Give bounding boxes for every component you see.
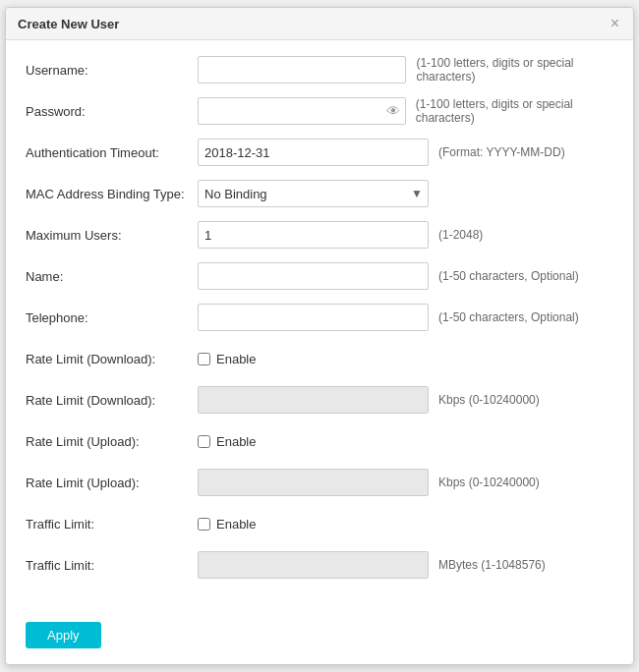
username-row: Username: (1-100 letters, digits or spec… (26, 56, 613, 84)
name-label: Name: (26, 269, 198, 284)
mac-binding-select-wrap: No Binding ▼ (198, 180, 429, 207)
password-control: 👁 (1-100 letters, digits or special char… (198, 97, 613, 125)
rate-limit-dl-hint: Kbps (0-10240000) (438, 393, 540, 407)
rate-limit-dl-checkbox[interactable] (198, 353, 210, 365)
close-button[interactable]: × (609, 16, 621, 31)
rate-limit-ul-hint: Kbps (0-10240000) (438, 476, 540, 489)
rate-limit-ul-check-control: Enable (198, 434, 613, 449)
telephone-label: Telephone: (26, 310, 198, 325)
rate-limit-dl-check-control: Enable (198, 352, 613, 366)
rate-limit-ul-checkbox[interactable] (198, 435, 210, 448)
name-row: Name: (1-50 characters, Optional) (26, 262, 613, 290)
dialog-title: Create New User (18, 17, 119, 31)
rate-limit-ul-check-row: Rate Limit (Upload): Enable (26, 427, 613, 455)
rate-limit-dl-input[interactable] (198, 386, 429, 414)
rate-limit-ul-enable-label: Enable (216, 434, 256, 449)
password-label: Password: (26, 104, 198, 119)
password-row: Password: 👁 (1-100 letters, digits or sp… (26, 97, 613, 125)
auth-timeout-control: (Format: YYYY-MM-DD) (198, 139, 613, 166)
rate-limit-ul-value-control: Kbps (0-10240000) (198, 469, 613, 496)
telephone-control: (1-50 characters, Optional) (198, 304, 613, 331)
telephone-row: Telephone: (1-50 characters, Optional) (26, 304, 613, 331)
rate-limit-ul-check-label: Rate Limit (Upload): (26, 434, 198, 449)
eye-icon[interactable]: 👁 (386, 103, 400, 119)
name-input[interactable] (198, 262, 429, 290)
rate-limit-dl-checkbox-wrap: Enable (198, 352, 256, 366)
apply-button[interactable]: Apply (26, 622, 101, 648)
password-input[interactable] (198, 97, 406, 125)
name-control: (1-50 characters, Optional) (198, 262, 613, 290)
create-user-dialog: Create New User × Username: (1-100 lette… (5, 7, 634, 665)
rate-limit-ul-checkbox-wrap: Enable (198, 434, 256, 449)
telephone-input[interactable] (198, 304, 429, 331)
dialog-header: Create New User × (6, 8, 633, 40)
traffic-limit-value-label: Traffic Limit: (26, 558, 198, 573)
username-hint: (1-100 letters, digits or special charac… (416, 56, 613, 84)
traffic-limit-enable-label: Enable (216, 517, 256, 532)
traffic-limit-value-control: MBytes (1-1048576) (198, 551, 613, 579)
rate-limit-dl-check-label: Rate Limit (Download): (26, 352, 198, 366)
traffic-limit-check-label: Traffic Limit: (26, 517, 198, 532)
username-control: (1-100 letters, digits or special charac… (198, 56, 613, 84)
traffic-limit-value-row: Traffic Limit: MBytes (1-1048576) (26, 551, 613, 579)
mac-binding-row: MAC Address Binding Type: No Binding ▼ (26, 180, 613, 207)
traffic-limit-check-row: Traffic Limit: Enable (26, 510, 613, 537)
mac-binding-control: No Binding ▼ (198, 180, 613, 207)
auth-timeout-row: Authentication Timeout: (Format: YYYY-MM… (26, 139, 613, 166)
auth-timeout-label: Authentication Timeout: (26, 145, 198, 160)
max-users-hint: (1-2048) (438, 228, 483, 242)
username-label: Username: (26, 63, 198, 78)
max-users-control: (1-2048) (198, 221, 613, 249)
mac-binding-label: MAC Address Binding Type: (26, 187, 198, 201)
max-users-label: Maximum Users: (26, 228, 198, 243)
traffic-limit-input[interactable] (198, 551, 429, 579)
password-wrap: 👁 (198, 97, 406, 125)
dialog-body: Username: (1-100 letters, digits or spec… (6, 40, 633, 610)
auth-timeout-input[interactable] (198, 139, 429, 166)
telephone-hint: (1-50 characters, Optional) (438, 310, 579, 324)
rate-limit-dl-check-row: Rate Limit (Download): Enable (26, 345, 613, 372)
max-users-input[interactable] (198, 221, 429, 249)
rate-limit-dl-enable-label: Enable (216, 352, 256, 366)
dialog-footer: Apply (6, 610, 633, 664)
traffic-limit-checkbox[interactable] (198, 518, 210, 531)
rate-limit-dl-value-label: Rate Limit (Download): (26, 393, 198, 408)
traffic-limit-checkbox-wrap: Enable (198, 517, 256, 532)
rate-limit-dl-value-row: Rate Limit (Download): Kbps (0-10240000) (26, 386, 613, 414)
auth-timeout-hint: (Format: YYYY-MM-DD) (438, 145, 565, 159)
rate-limit-ul-input[interactable] (198, 469, 429, 496)
rate-limit-dl-value-control: Kbps (0-10240000) (198, 386, 613, 414)
traffic-limit-hint: MBytes (1-1048576) (438, 558, 546, 572)
traffic-limit-check-control: Enable (198, 517, 613, 532)
password-hint: (1-100 letters, digits or special charac… (416, 97, 613, 125)
username-input[interactable] (198, 56, 406, 84)
name-hint: (1-50 characters, Optional) (438, 269, 579, 283)
rate-limit-ul-value-label: Rate Limit (Upload): (26, 476, 198, 490)
mac-binding-select[interactable]: No Binding (198, 180, 429, 207)
max-users-row: Maximum Users: (1-2048) (26, 221, 613, 249)
rate-limit-ul-value-row: Rate Limit (Upload): Kbps (0-10240000) (26, 469, 613, 496)
